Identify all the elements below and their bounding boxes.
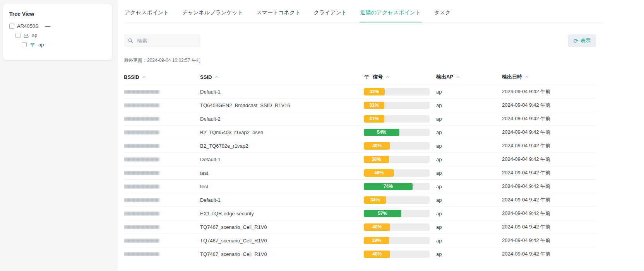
- sort-caret-icon: [456, 76, 460, 78]
- tree-checkbox-wifi-ap[interactable]: [22, 42, 27, 47]
- tree-node-ap: ap: [15, 32, 106, 38]
- column-header[interactable]: SSID: [200, 74, 364, 80]
- table-row: test74%ap2024-09-04 9:42 午前: [124, 179, 596, 193]
- column-header-label: 信号: [373, 73, 383, 80]
- cell-signal: 32%: [364, 88, 436, 95]
- column-header-label: 検出日時: [502, 73, 522, 80]
- signal-bar: 34%: [364, 196, 430, 204]
- column-header-label: SSID: [200, 74, 212, 80]
- cell-detected-at: 2024-09-04 9:42 午前: [502, 142, 596, 149]
- table-row: Default-138%ap2024-09-04 9:42 午前: [124, 152, 596, 166]
- cell-bssid: [124, 130, 200, 135]
- bssid-redacted: [124, 144, 159, 148]
- bssid-redacted: [124, 225, 159, 229]
- cell-ssid: TQ7467_scenario_Cell_R1V0: [200, 251, 364, 257]
- cell-detected-at: 2024-09-04 9:42 午前: [502, 210, 596, 217]
- show-button-label: 表示: [581, 37, 591, 44]
- cell-bssid: [124, 211, 200, 216]
- cell-ssid: B2_TQm5403_r1vap2_osen: [200, 130, 364, 135]
- cell-bssid: [124, 198, 200, 202]
- cell-detected-ap: ap: [436, 170, 502, 176]
- signal-bar: 40%: [364, 223, 430, 231]
- cell-detected-ap: ap: [436, 238, 502, 244]
- cell-detected-at: 2024-09-04 9:42 午前: [502, 88, 596, 95]
- wifi-icon: [29, 43, 36, 47]
- tree-view-panel: Tree View AR4050S — ap ap: [3, 4, 112, 60]
- signal-bar-fill: 40%: [364, 223, 390, 231]
- cell-signal: 57%: [364, 210, 436, 217]
- cell-bssid: [124, 239, 200, 243]
- tree-node-ap-label[interactable]: ap: [32, 32, 37, 38]
- cell-detected-at: 2024-09-04 9:42 午前: [502, 169, 596, 176]
- bssid-redacted: [124, 198, 159, 202]
- cell-detected-at: 2024-09-04 9:42 午前: [502, 156, 596, 163]
- tab[interactable]: チャンネルブランケット: [182, 9, 244, 22]
- cell-bssid: [124, 144, 200, 148]
- cell-ssid: Default-1: [200, 89, 364, 95]
- cell-detected-ap: ap: [436, 143, 502, 149]
- tab[interactable]: タスク: [433, 9, 451, 22]
- cell-detected-at: 2024-09-04 9:42 午前: [502, 251, 596, 257]
- cell-detected-at: 2024-09-04 9:42 午前: [502, 196, 596, 203]
- signal-bar-fill: 74%: [364, 183, 413, 190]
- cell-detected-ap: ap: [436, 197, 502, 203]
- tree-collapse-toggle[interactable]: —: [45, 23, 50, 29]
- cell-bssid: [124, 184, 200, 189]
- cell-bssid: [124, 157, 200, 162]
- table-row: TQ6403GEN2_Broadcast_SSID_R1V1631%ap2024…: [124, 98, 596, 112]
- column-header[interactable]: 検出日時: [502, 73, 596, 80]
- signal-bar-fill: 31%: [364, 115, 384, 123]
- tab[interactable]: アクセスポイント: [124, 9, 170, 22]
- tabs: アクセスポイントチャンネルブランケットスマートコネクトクライアント近隣のアクセス…: [124, 0, 602, 22]
- sort-caret-icon: [525, 76, 529, 78]
- last-updated-text: 最終更新：2024-09-04 10:02:57 午前: [124, 57, 596, 64]
- cell-signal: 40%: [364, 142, 436, 150]
- cell-detected-ap: ap: [436, 157, 502, 162]
- tab-active[interactable]: 近隣のアクセスポイント: [360, 9, 422, 22]
- table-body: Default-132%ap2024-09-04 9:42 午前TQ6403GE…: [124, 85, 596, 261]
- tree-checkbox-root[interactable]: [9, 24, 14, 29]
- sort-caret-icon: [142, 76, 146, 78]
- signal-bar-fill: 46%: [364, 169, 394, 177]
- table-row: test46%ap2024-09-04 9:42 午前: [124, 166, 596, 179]
- signal-bar: 31%: [364, 115, 430, 123]
- signal-bar: 31%: [364, 102, 430, 109]
- cell-detected-at: 2024-09-04 9:42 午前: [502, 102, 596, 109]
- signal-bar: 39%: [364, 237, 430, 244]
- table-row: B2_TQ6702e_r1vap240%ap2024-09-04 9:42 午前: [124, 139, 596, 152]
- cell-signal: 74%: [364, 183, 436, 190]
- tab[interactable]: クライアント: [313, 9, 348, 22]
- column-header[interactable]: 検出AP: [436, 73, 502, 80]
- cell-signal: 46%: [364, 169, 436, 177]
- signal-bar: 54%: [364, 129, 430, 136]
- cell-signal: 31%: [364, 102, 436, 109]
- tab[interactable]: スマートコネクト: [255, 9, 301, 22]
- table-row: TQ7467_scenario_Cell_R1V039%ap2024-09-04…: [124, 234, 596, 247]
- cell-ssid: test: [200, 184, 364, 189]
- cell-detected-ap: ap: [436, 184, 502, 189]
- search-input[interactable]: [136, 37, 206, 44]
- cell-bssid: [124, 117, 200, 121]
- sort-caret-icon: [386, 76, 389, 78]
- tree-node-wifi-ap-label[interactable]: ap: [38, 42, 44, 48]
- tree-node-root-label[interactable]: AR4050S: [17, 23, 39, 29]
- tree-view-title: Tree View: [9, 11, 106, 17]
- cell-bssid: [124, 225, 200, 229]
- neighbor-ap-table: BSSIDSSID信号検出AP検出日時 Default-132%ap2024-0…: [124, 69, 596, 261]
- cell-bssid: [124, 103, 200, 107]
- bssid-redacted: [124, 252, 159, 256]
- cell-detected-ap: ap: [436, 116, 502, 122]
- column-header[interactable]: BSSID: [124, 74, 200, 80]
- cell-ssid: TQ6403GEN2_Broadcast_SSID_R1V16: [200, 102, 364, 108]
- signal-bar-fill: 39%: [364, 237, 389, 244]
- column-header[interactable]: 信号: [364, 73, 436, 80]
- signal-bar-fill: 34%: [364, 196, 386, 204]
- search-box[interactable]: [124, 34, 200, 47]
- tree-checkbox-ap[interactable]: [15, 33, 21, 38]
- signal-bar-fill: 40%: [364, 251, 390, 258]
- show-button[interactable]: ⟳ 表示: [568, 34, 596, 47]
- table-row: TQ7467_scenario_Cell_R1V040%ap2024-09-04…: [124, 220, 596, 234]
- bssid-redacted: [124, 211, 159, 216]
- signal-bar-fill: 32%: [364, 88, 385, 95]
- cell-detected-ap: ap: [436, 211, 502, 216]
